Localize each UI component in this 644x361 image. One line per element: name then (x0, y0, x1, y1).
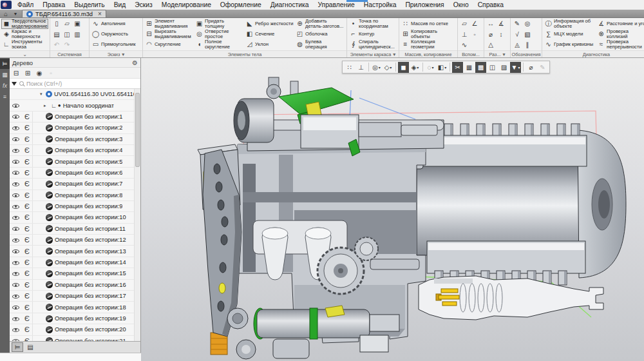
draft-button[interactable]: ◿Уклон (245, 39, 295, 50)
contour-button[interactable]: ⌐Контур (348, 29, 397, 39)
menu-Выделить[interactable]: Выделить (70, 1, 109, 8)
section-mark-icon[interactable]: Є (22, 122, 33, 133)
open-document[interactable]: ▱ (62, 19, 72, 28)
aux-plane[interactable]: ▱ (459, 19, 469, 28)
model-3d-cutaway[interactable] (141, 58, 644, 361)
copy-objects-button[interactable]: ⊞Копировать объекты (401, 29, 456, 39)
hide-objects[interactable]: ◌▾ (425, 62, 436, 73)
curvature-graph-button[interactable]: ∿График кривизны (544, 39, 596, 50)
section-mark-icon[interactable]: Є (22, 268, 33, 278)
connector-plug[interactable] (419, 276, 603, 320)
parameters-panel-tab[interactable]: ▦ (0, 70, 10, 80)
extrude-button[interactable]: ⊞Элемент выдавливания (144, 19, 194, 29)
section-button[interactable]: ◧Сечение (245, 29, 295, 39)
designation-marker[interactable]: ◬ (512, 40, 522, 50)
tree-panel-tab[interactable]: ⊨ (0, 59, 10, 69)
menu-Окно[interactable]: Окно (449, 1, 473, 8)
designation-parallel[interactable]: ∥ (522, 40, 533, 50)
full-round-button[interactable]: ◖Полное скругление (194, 39, 245, 50)
eye-icon[interactable] (12, 270, 19, 277)
point-by-coordinates-button[interactable]: •Точка по координатам (348, 19, 397, 29)
aux-local-cs[interactable]: ⊥ (459, 30, 469, 39)
tree-root-node[interactable]: ▾UV01.654116.30 UV01.654116.30 (Тел-64 (10, 89, 134, 100)
orientation-tools[interactable]: ◇▾ (383, 62, 393, 73)
designation-note[interactable]: ✎ (512, 19, 522, 28)
eye-icon[interactable] (12, 337, 19, 341)
workplane-grid[interactable]: ▦ (464, 62, 475, 73)
tree-relations-view[interactable]: ◉ (34, 68, 44, 77)
tree-structure-view[interactable]: ⊟ (11, 68, 21, 77)
eye-icon[interactable] (12, 237, 19, 244)
layers-panel-tab[interactable]: ≡ (0, 92, 10, 102)
section-mark-icon[interactable]: Є (22, 134, 33, 144)
eye-icon[interactable] (12, 281, 19, 288)
tree-operation-item[interactable]: ЄОперация без истории:8 (10, 190, 134, 201)
section-mark-icon[interactable]: Є (22, 257, 33, 268)
eye-icon[interactable] (12, 180, 19, 188)
designation-hatch[interactable]: ▧ (522, 30, 533, 39)
grid-array-button[interactable]: ∷Массив по сетке (401, 19, 456, 29)
rib-button[interactable]: ◣Ребро жесткости (245, 19, 295, 29)
circle-button[interactable]: ◯Окружность (91, 29, 141, 39)
chevron-down-icon[interactable]: ▾ (417, 65, 419, 70)
save-as[interactable]: ▥ (72, 30, 82, 39)
chevron-down-icon[interactable]: ▾ (431, 65, 433, 70)
continuity-check-button[interactable]: ≈Проверка непрерывности (596, 39, 644, 50)
section-mark-icon[interactable]: Є (22, 212, 33, 222)
section-mark-icon[interactable]: Є (22, 336, 33, 341)
tree-operation-item[interactable]: ЄОперация без истории:13 (10, 246, 134, 257)
menu-Приложения[interactable]: Приложения (401, 1, 448, 8)
geometry-collection-button[interactable]: ≡Коллекция геометрии (401, 39, 456, 50)
eye-icon[interactable] (12, 315, 19, 322)
structure-tab[interactable]: ▤ (24, 342, 36, 352)
zoom-tools[interactable]: ◎▾ (371, 62, 382, 73)
gear-icon[interactable]: ⚙ (132, 59, 138, 66)
section-mark-icon[interactable]: Є (22, 201, 33, 211)
rectangle-button[interactable]: ▭Прямоугольник (91, 39, 141, 50)
tree-operation-item[interactable]: ЄОперация без истории:18 (10, 302, 134, 313)
menu-Диагностика[interactable]: Диагностика (266, 1, 314, 8)
eye-icon[interactable] (12, 113, 19, 120)
aux-point[interactable]: ◦ (469, 30, 480, 39)
menu-Эскиз[interactable]: Эскиз (130, 1, 157, 8)
section-mark-icon[interactable]: Є (22, 112, 33, 122)
chevron-down-icon[interactable]: ▾ (503, 52, 506, 57)
designation-roughness[interactable]: √ (512, 30, 522, 39)
section-mark-icon[interactable]: Є (22, 280, 33, 290)
eye-icon[interactable] (12, 191, 19, 199)
menu-Файл[interactable]: Файл (13, 1, 38, 8)
menu-Оформление[interactable]: Оформление (216, 1, 266, 8)
autoline-button[interactable]: ∿Автолиния (91, 19, 141, 29)
simplified-display[interactable]: ▩ (475, 62, 486, 73)
eye-icon[interactable] (12, 304, 19, 311)
aux-axis[interactable]: ∠ (469, 19, 480, 28)
tree-operation-item[interactable]: ЄОперация без истории:11 (10, 224, 134, 235)
collision-check-button[interactable]: ⊗Проверка коллизий (596, 29, 644, 39)
tree-tab[interactable]: ⊨ (12, 342, 23, 352)
mode-sketch-tools[interactable]: ∟Инструменты эскиза (1, 39, 48, 50)
add-stock-part-button[interactable]: ⊕Добавить деталь-заготов... (295, 19, 345, 29)
section-mark-icon[interactable]: Є (22, 179, 33, 189)
menu-Управление[interactable]: Управление (313, 1, 359, 8)
section-mark-icon[interactable]: Є (22, 224, 33, 234)
tree-operation-item[interactable]: ЄОперация без истории:5 (10, 156, 134, 167)
measure[interactable]: ⌀ (526, 62, 536, 73)
mode-wireframe-surfaces[interactable]: ◈Каркас и поверхности (1, 29, 48, 39)
section-mark-icon[interactable]: Є (22, 190, 33, 200)
tree-scrollbar[interactable] (134, 89, 140, 341)
chevron-down-icon[interactable]: ▾ (518, 65, 520, 70)
section-mark-icon[interactable]: Є (22, 235, 33, 245)
shaded-display[interactable]: ◼ (398, 62, 409, 73)
tab-list-dropdown[interactable]: ▼ (12, 10, 19, 17)
cylindrical-spiral-button[interactable]: ∮Спираль цилиндрическ... (348, 39, 397, 50)
section-mark-icon[interactable]: Є (22, 313, 33, 324)
show-coordinate-system[interactable]: ⊥ (355, 62, 366, 73)
section-mark-icon[interactable]: Є (22, 168, 33, 178)
clip-objects[interactable]: ◧▾ (437, 62, 448, 73)
tree-operation-item[interactable]: ЄОперация без истории:3 (10, 134, 134, 145)
toolbar-drag-handle[interactable]: ∷ (344, 62, 355, 73)
eye-icon[interactable] (12, 158, 19, 165)
eye-icon[interactable] (12, 102, 19, 109)
menu-Справка[interactable]: Справка (473, 1, 508, 8)
save-document[interactable]: ▣ (72, 19, 82, 28)
